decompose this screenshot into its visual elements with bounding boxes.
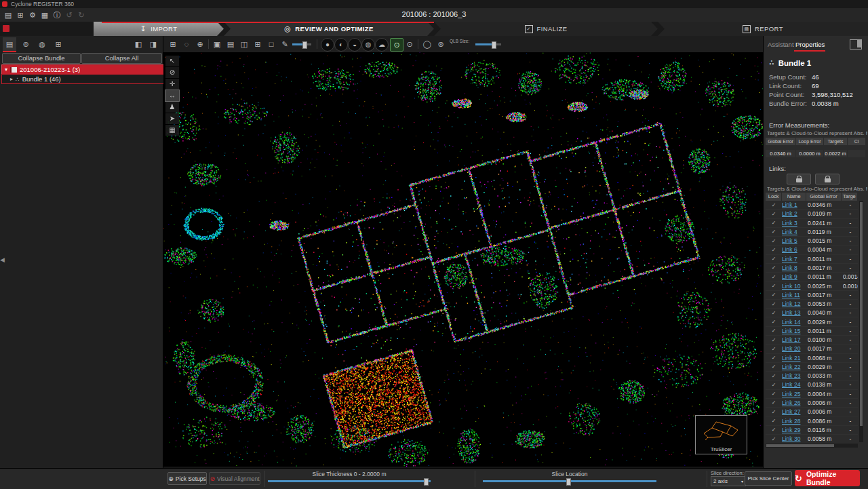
link-lock-check-icon[interactable]: ✓: [766, 391, 782, 397]
light-on-icon[interactable]: ⊙: [390, 38, 403, 52]
link-name[interactable]: Link 24: [782, 381, 806, 388]
tab-assistant[interactable]: Assistant: [768, 41, 794, 48]
link-row[interactable]: ✓Link 200.0017 m-: [766, 345, 858, 353]
link-name[interactable]: Link 25: [782, 391, 806, 397]
link-lock-check-icon[interactable]: ✓: [766, 409, 782, 415]
link-row[interactable]: ✓Link 40.0119 m-: [766, 228, 858, 237]
walk-mode-icon[interactable]: ♟: [165, 102, 179, 113]
sidebar-filter-left-icon[interactable]: ◧: [132, 37, 145, 51]
link-lock-check-icon[interactable]: ✓: [766, 337, 782, 343]
link-name[interactable]: Link 20: [782, 345, 806, 352]
qlb-size-slider[interactable]: [475, 43, 501, 45]
link-lock-check-icon[interactable]: ✓: [766, 399, 782, 406]
links-horizontal-scrollbar[interactable]: [766, 444, 858, 448]
select-cursor-icon[interactable]: ↖: [165, 56, 179, 66]
sidebar-collapse-handle[interactable]: ◀: [0, 256, 5, 263]
link-name[interactable]: Link 27: [782, 408, 806, 415]
grid-view-icon[interactable]: ⊞: [252, 38, 264, 50]
collapse-bundle-button[interactable]: Collapse Bundle: [2, 53, 81, 64]
link-row[interactable]: ✓Link 170.0100 m-: [766, 336, 858, 345]
slice-direction-dropdown[interactable]: 2 axis ▾: [711, 476, 746, 486]
link-name[interactable]: Link 3: [782, 220, 806, 227]
link-row[interactable]: ✓Link 270.0006 m-: [766, 408, 858, 416]
link-name[interactable]: Link 17: [782, 336, 806, 343]
panorama-view-icon[interactable]: ▤: [224, 38, 237, 50]
link-row[interactable]: ✓Link 230.0033 m-: [766, 372, 858, 380]
link-lock-check-icon[interactable]: ✓: [766, 418, 782, 424]
sidebar-filter-right-icon[interactable]: ◨: [146, 37, 160, 51]
link-name[interactable]: Link 5: [782, 237, 806, 244]
link-lock-check-icon[interactable]: ✓: [766, 364, 782, 370]
link-lock-check-icon[interactable]: ✓: [766, 238, 782, 244]
link-row[interactable]: ✓Link 150.0011 m-: [766, 327, 858, 336]
link-row[interactable]: ✓Link 10.0346 m-: [766, 201, 858, 210]
orbit-cube-icon[interactable]: ▦: [165, 125, 179, 136]
cloud-mode-icon[interactable]: ☁: [375, 38, 389, 52]
link-row[interactable]: ✓Link 290.0116 m-: [766, 426, 858, 435]
link-row[interactable]: ✓Link 130.0040 m-: [766, 309, 858, 317]
link-lock-check-icon[interactable]: ✓: [766, 283, 782, 289]
link-row[interactable]: ✓Link 300.0058 m-: [766, 435, 858, 442]
link-row[interactable]: ✓Link 140.0029 m-: [766, 317, 858, 326]
tab-properties[interactable]: Properties: [795, 41, 825, 48]
link-row[interactable]: ✓Link 260.0006 m-: [766, 399, 858, 408]
render-mode-bottom-icon[interactable]: ◒: [348, 38, 361, 52]
link-name[interactable]: Link 8: [782, 265, 806, 271]
collapse-all-button[interactable]: Collapse All: [81, 53, 162, 64]
link-lock-check-icon[interactable]: ✓: [766, 373, 782, 379]
caret-down-icon[interactable]: ▾: [5, 66, 7, 73]
tree-item-bundle[interactable]: ▸ ∴ Bundle 1 (46): [1, 74, 170, 84]
full-view-icon[interactable]: □: [265, 38, 277, 50]
truslicer-panel[interactable]: TruSlicer: [695, 415, 747, 454]
sidebar-tab-list[interactable]: ▤: [3, 37, 16, 52]
link-row[interactable]: ✓Link 210.0068 m-: [766, 354, 858, 363]
link-row[interactable]: ✓Link 240.0138 m-: [766, 380, 858, 389]
optimize-bundle-button[interactable]: ↻ Optimize Bundle: [795, 470, 860, 486]
light-off-icon[interactable]: ⊙: [403, 38, 416, 50]
link-name[interactable]: Link 10: [782, 283, 806, 290]
link-row[interactable]: ✓Link 20.0109 m-: [766, 210, 858, 218]
eraser-size-slider[interactable]: [292, 43, 311, 45]
render-mode-solid-icon[interactable]: ●: [321, 38, 334, 52]
zoom-window-icon[interactable]: ⊕: [194, 38, 206, 50]
link-name[interactable]: Link 29: [782, 427, 806, 433]
link-lock-check-icon[interactable]: ✓: [766, 292, 782, 298]
link-name[interactable]: Link 15: [782, 328, 806, 334]
unlock-all-button[interactable]: [815, 174, 840, 184]
fly-mode-icon[interactable]: ➤: [165, 113, 179, 124]
view-cube-icon[interactable]: ◯: [421, 38, 433, 50]
link-lock-check-icon[interactable]: ✓: [766, 427, 782, 433]
split-view-icon[interactable]: ◫: [238, 38, 250, 50]
workflow-step-report[interactable]: ▤ REPORT: [658, 22, 868, 36]
pick-setups-button[interactable]: ⊕ Pick Setups: [167, 472, 207, 485]
link-lock-check-icon[interactable]: ✓: [766, 229, 782, 235]
link-lock-check-icon[interactable]: ✓: [766, 265, 782, 271]
link-name[interactable]: Link 14: [782, 319, 806, 326]
link-name[interactable]: Link 11: [782, 292, 806, 298]
view-orientation-icon[interactable]: ⊛: [435, 38, 447, 50]
link-lock-check-icon[interactable]: ✓: [766, 382, 782, 388]
slice-thickness-handle[interactable]: [424, 478, 429, 486]
measure-icon[interactable]: ↔: [165, 90, 179, 101]
link-row[interactable]: ✓Link 70.0011 m-: [766, 255, 858, 264]
link-lock-check-icon[interactable]: ✓: [766, 247, 782, 253]
link-name[interactable]: Link 2: [782, 210, 806, 217]
link-name[interactable]: Link 13: [782, 309, 806, 316]
link-name[interactable]: Link 6: [782, 246, 806, 253]
tree-item-project[interactable]: ▾ 201006-210223-1 (3): [1, 64, 164, 75]
link-lock-check-icon[interactable]: ✓: [766, 301, 782, 307]
link-row[interactable]: ✓Link 280.0086 m-: [766, 416, 858, 425]
link-lock-check-icon[interactable]: ✓: [766, 274, 782, 280]
caret-right-icon[interactable]: ▸: [10, 76, 13, 82]
sidebar-tab-map[interactable]: ◍: [35, 37, 49, 51]
box-select-icon[interactable]: ⊞: [167, 38, 179, 50]
eraser-icon[interactable]: ✎: [279, 38, 291, 50]
link-lock-check-icon[interactable]: ✓: [766, 211, 782, 217]
link-row[interactable]: ✓Link 30.0241 m-: [766, 219, 858, 228]
deselect-icon[interactable]: ⊘: [165, 67, 179, 78]
link-row[interactable]: ✓Link 80.0017 m-: [766, 264, 858, 273]
link-name[interactable]: Link 7: [782, 256, 806, 262]
link-lock-check-icon[interactable]: ✓: [766, 310, 782, 316]
link-name[interactable]: Link 4: [782, 229, 806, 235]
link-name[interactable]: Link 23: [782, 372, 806, 379]
